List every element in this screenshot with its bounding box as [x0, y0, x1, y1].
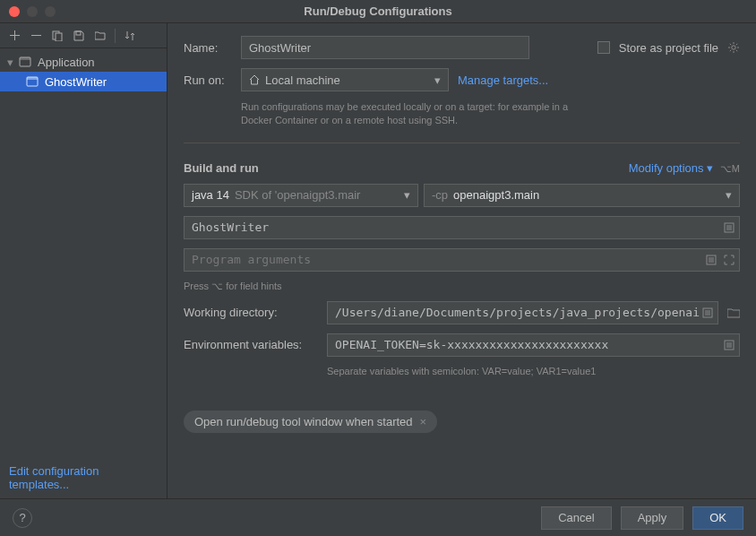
application-icon — [18, 55, 32, 69]
tag-label: Open run/debug tool window when started — [194, 415, 413, 428]
footer: ? Cancel Apply OK — [0, 498, 756, 536]
wd-field[interactable]: /Users/diane/Documents/projects/java_pro… — [327, 301, 718, 324]
name-label: Name: — [184, 41, 232, 55]
help-icon[interactable]: ? — [13, 508, 32, 528]
content-panel: Name: GhostWriter Store as project file … — [168, 23, 756, 498]
store-project-file-checkbox[interactable] — [597, 41, 610, 54]
tree-node-label: GhostWriter — [45, 75, 107, 89]
tree-node-ghostwriter[interactable]: GhostWriter — [0, 72, 167, 91]
browse-env-icon[interactable] — [724, 340, 735, 350]
minimize-window-icon — [27, 6, 38, 17]
open-tool-window-tag[interactable]: Open run/debug tool window when started … — [184, 411, 437, 433]
close-window-icon[interactable] — [9, 6, 20, 17]
run-on-label: Run on: — [184, 73, 232, 87]
ok-button[interactable]: OK — [692, 506, 743, 530]
jdk-hint: SDK of 'openaigpt3.mair — [235, 188, 361, 202]
svg-rect-4 — [20, 57, 30, 60]
maximize-window-icon — [45, 6, 56, 17]
store-project-file-label: Store as project file — [619, 41, 718, 55]
classpath-dropdown[interactable]: -cp openaigpt3.main ▾ — [424, 184, 740, 207]
cancel-button[interactable]: Cancel — [541, 506, 611, 530]
env-value: OPENAI_TOKEN=sk-xxxxxxxxxxxxxxxxxxxxxxx — [335, 338, 608, 351]
wd-label: Working directory: — [184, 306, 318, 319]
manage-targets-link[interactable]: Manage targets... — [458, 73, 548, 87]
run-on-dropdown[interactable]: Local machine ▾ — [241, 68, 449, 91]
titlebar: Run/Debug Configurations — [0, 0, 756, 23]
window-controls — [9, 6, 56, 17]
wd-value: /Users/diane/Documents/projects/java_pro… — [335, 306, 700, 319]
program-args-field[interactable]: Program arguments — [184, 248, 740, 272]
program-args-placeholder: Program arguments — [192, 253, 311, 266]
env-label: Environment variables: — [184, 338, 318, 351]
tree-node-application[interactable]: ▾ Application — [0, 52, 167, 72]
main-class-field[interactable]: GhostWriter — [184, 216, 740, 239]
separator — [184, 143, 740, 143]
run-on-hint: Run configurations may be executed local… — [241, 100, 581, 128]
name-field[interactable]: GhostWriter — [241, 36, 529, 59]
tree-node-label: Application — [38, 56, 95, 69]
svg-rect-6 — [27, 77, 38, 80]
run-on-value: Local machine — [265, 73, 340, 87]
chevron-down-icon: ▾ — [404, 188, 410, 202]
svg-point-7 — [732, 46, 735, 49]
folder-icon[interactable] — [727, 307, 740, 318]
build-run-title: Build and run — [184, 161, 259, 175]
apply-button[interactable]: Apply — [621, 506, 684, 530]
home-icon — [249, 74, 260, 85]
chevron-down-icon: ▾ — [707, 161, 713, 175]
jdk-value: java 14 — [192, 188, 229, 202]
gear-icon[interactable] — [727, 41, 740, 54]
env-hint: Separate variables with semicolon: VAR=v… — [327, 366, 740, 376]
insert-macro-icon[interactable] — [706, 255, 717, 265]
window-title: Run/Debug Configurations — [304, 4, 451, 18]
field-hints: Press ⌥ for field hints — [184, 281, 740, 292]
svg-rect-1 — [56, 33, 62, 41]
cp-prefix: -cp — [432, 188, 448, 202]
add-icon[interactable] — [7, 29, 21, 43]
inline-browse-icon[interactable] — [702, 307, 713, 318]
modify-options-link[interactable]: Modify options — [629, 161, 704, 175]
close-icon[interactable]: × — [420, 415, 427, 428]
name-value: GhostWriter — [249, 41, 311, 55]
jdk-dropdown[interactable]: java 14 SDK of 'openaigpt3.mair ▾ — [184, 184, 418, 207]
svg-rect-2 — [76, 31, 81, 35]
browse-icon[interactable] — [724, 222, 735, 233]
copy-icon[interactable] — [50, 29, 64, 43]
expand-icon[interactable] — [724, 255, 735, 265]
toolbar-separator — [115, 29, 116, 43]
chevron-down-icon: ▾ — [434, 73, 441, 87]
config-tree: ▾ Application GhostWriter — [0, 48, 167, 457]
sidebar-toolbar — [0, 23, 167, 48]
sidebar: ▾ Application GhostWriter Edit configura… — [0, 23, 168, 498]
folder-open-icon[interactable] — [93, 29, 107, 43]
modify-options-shortcut: ⌥M — [720, 163, 740, 174]
env-field[interactable]: OPENAI_TOKEN=sk-xxxxxxxxxxxxxxxxxxxxxxx — [327, 333, 740, 357]
main-class-value: GhostWriter — [192, 220, 269, 234]
save-icon[interactable] — [72, 29, 86, 43]
run-config-icon — [25, 74, 39, 89]
remove-icon[interactable] — [29, 29, 43, 43]
cp-value: openaigpt3.main — [453, 188, 539, 202]
chevron-down-icon: ▾ — [726, 188, 732, 202]
chevron-down-icon: ▾ — [7, 56, 18, 69]
sort-icon[interactable] — [123, 29, 137, 43]
edit-templates-link[interactable]: Edit configuration templates... — [0, 457, 167, 498]
